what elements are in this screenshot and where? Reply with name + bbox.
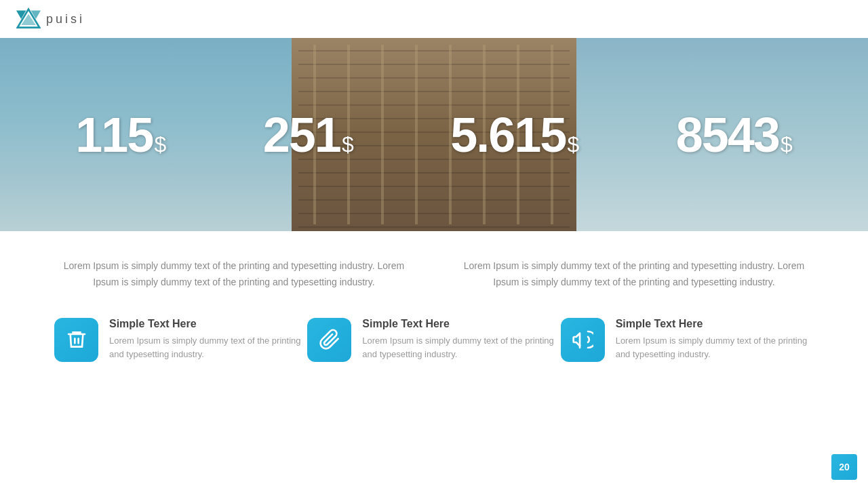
icon-card-desc-0: Lorem Ipsum is simply dummy text of the … [109,334,307,363]
stat-number-2: 5.615 [450,110,566,159]
text-col-0: Lorem Ipsum is simply dummy text of the … [54,258,414,291]
trash-icon-box [54,318,98,362]
stat-currency-2: $ [567,132,579,157]
stat-item-3: 8543 $ [676,110,793,159]
stat-currency-1: $ [342,132,354,157]
icon-card-title-2: Simple Text Here [616,318,814,330]
logo-text: puisi [46,12,85,26]
megaphone-icon-box [561,318,605,362]
icon-cards: Simple Text Here Lorem Ipsum is simply d… [54,318,814,363]
text-columns: Lorem Ipsum is simply dummy text of the … [54,258,814,291]
icon-card-text-2: Simple Text Here Lorem Ipsum is simply d… [616,318,814,363]
icon-card-text-1: Simple Text Here Lorem Ipsum is simply d… [362,318,560,363]
icon-card-text-0: Simple Text Here Lorem Ipsum is simply d… [109,318,307,363]
main-content: Lorem Ipsum is simply dummy text of the … [0,231,868,488]
page-number-badge: 20 [831,454,857,480]
stat-number-1: 251 [263,110,340,159]
trash-icon [66,329,87,350]
stat-item-0: 115 $ [75,110,166,159]
icon-card-title-1: Simple Text Here [362,318,560,330]
icon-card-2: Simple Text Here Lorem Ipsum is simply d… [561,318,814,363]
paperclip-icon-box [307,318,351,362]
logo-icon [16,7,41,31]
icon-card-1: Simple Text Here Lorem Ipsum is simply d… [307,318,560,363]
header: puisi [0,0,868,38]
paperclip-icon [319,329,340,350]
stat-number-0: 115 [75,110,153,159]
hero-banner: 115 $ 251 $ 5.615 $ 8543 $ [0,38,868,231]
stats-row: 115 $ 251 $ 5.615 $ 8543 $ [0,110,868,159]
icon-card-desc-1: Lorem Ipsum is simply dummy text of the … [362,334,560,363]
megaphone-icon [572,329,593,350]
stat-number-3: 8543 [676,110,779,159]
icon-card-title-0: Simple Text Here [109,318,307,330]
icon-card-0: Simple Text Here Lorem Ipsum is simply d… [54,318,307,363]
stat-item-1: 251 $ [263,110,354,159]
stat-currency-3: $ [781,132,793,157]
stat-currency-0: $ [154,132,166,157]
svg-marker-1 [21,14,36,25]
stat-item-2: 5.615 $ [450,110,579,159]
text-col-1: Lorem Ipsum is simply dummy text of the … [454,258,814,291]
icon-card-desc-2: Lorem Ipsum is simply dummy text of the … [616,334,814,363]
